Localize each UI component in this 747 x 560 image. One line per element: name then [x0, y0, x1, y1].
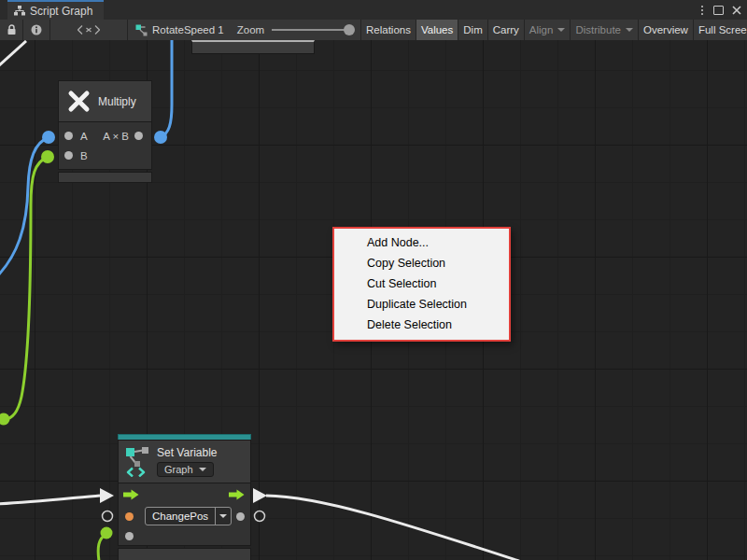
set-variable-icon — [125, 445, 149, 477]
node-multiply[interactable]: Multiply A A × B B — [58, 80, 152, 183]
info-icon — [31, 24, 42, 35]
output-label: A × B — [103, 131, 129, 142]
flow-connector-arrow[interactable] — [100, 488, 114, 503]
dropdown-caret-button[interactable] — [215, 508, 231, 525]
wire-green-input-b[interactable] — [5, 157, 48, 419]
variable-kind-label: Graph — [164, 464, 193, 475]
flow-output-arrow-icon[interactable] — [229, 489, 245, 500]
wire-white-flow-out[interactable] — [266, 496, 519, 560]
graph-canvas[interactable]: Multiply A A × B B — [0, 40, 747, 560]
wire-white-flow-in[interactable] — [0, 496, 100, 504]
variable-name-dropdown[interactable]: ChangePos — [145, 507, 232, 525]
carry-button[interactable]: Carry — [487, 20, 524, 40]
tab-label: Script Graph — [30, 5, 92, 18]
wire-green-bottom[interactable] — [98, 534, 106, 560]
graph-node-icon — [135, 24, 148, 36]
lock-button[interactable] — [0, 20, 23, 40]
align-dropdown: Align — [524, 20, 571, 40]
value-output-port[interactable] — [236, 512, 245, 521]
menu-item-duplicate-selection[interactable]: Duplicate Selection — [334, 294, 509, 315]
variable-kind-dropdown[interactable]: Graph — [157, 462, 214, 477]
empty-port-circle[interactable] — [255, 511, 265, 522]
node-set-variable[interactable]: Set Variable Graph ChangePos — [118, 434, 251, 560]
zoom-slider[interactable] — [272, 29, 354, 31]
graph-hierarchy-icon — [14, 6, 25, 16]
zoom-slider-handle[interactable] — [344, 24, 355, 35]
menu-item-cut-selection[interactable]: Cut Selection — [334, 273, 509, 294]
distribute-dropdown: Distribute — [570, 20, 638, 40]
kebab-menu-icon[interactable] — [699, 4, 705, 17]
dim-button[interactable]: Dim — [458, 20, 486, 40]
port-connector-green[interactable] — [41, 150, 54, 163]
toolbar-buttons: Relations Values Dim Carry Align Distrib… — [360, 20, 747, 40]
info-button[interactable] — [23, 20, 50, 40]
breadcrumb-label: RotateSpeed 1 — [152, 24, 224, 35]
value-input-port[interactable] — [125, 532, 134, 540]
variable-name-value: ChangePos — [146, 508, 215, 525]
align-label: Align — [529, 24, 554, 35]
zoom-control: Zoom 1x — [237, 20, 373, 40]
port-label-a: A — [80, 131, 88, 142]
relations-button[interactable]: Relations — [360, 20, 416, 40]
multiply-x-icon — [67, 90, 91, 113]
menu-item-delete-selection[interactable]: Delete Selection — [334, 315, 509, 335]
port-label-b: B — [80, 150, 88, 161]
variable-name-port[interactable] — [125, 512, 134, 521]
zoom-label: Zoom — [237, 24, 264, 35]
close-icon[interactable] — [732, 6, 741, 15]
menu-item-copy-selection[interactable]: Copy Selection — [334, 253, 509, 273]
context-menu: Add Node... Copy Selection Cut Selection… — [332, 227, 511, 342]
distribute-label: Distribute — [575, 24, 621, 35]
output-port[interactable] — [134, 132, 143, 140]
flow-input-arrow-icon[interactable] — [123, 489, 139, 500]
port-connector-blue[interactable] — [154, 131, 167, 144]
node-footer — [58, 172, 152, 183]
node-footer — [118, 548, 251, 560]
node-title: Set Variable — [157, 446, 217, 459]
chevron-down-icon — [219, 514, 227, 518]
port-connector-blue[interactable] — [42, 131, 55, 144]
port-connector-green[interactable] — [0, 413, 10, 426]
menu-item-add-node[interactable]: Add Node... — [334, 232, 509, 253]
input-port-a[interactable] — [64, 132, 73, 140]
wire-white-topleft[interactable] — [0, 41, 26, 66]
empty-dropdown-box — [191, 40, 315, 54]
values-button[interactable]: Values — [416, 20, 458, 40]
wire-blue-output[interactable] — [161, 40, 172, 137]
chevron-down-icon — [199, 468, 206, 471]
chevron-down-icon — [557, 28, 565, 32]
port-connector-green[interactable] — [101, 527, 113, 539]
angle-brackets-x-icon — [78, 25, 100, 35]
chevron-down-icon — [626, 28, 633, 32]
node-multiply-header[interactable]: Multiply — [58, 80, 152, 122]
node-set-variable-header[interactable]: Set Variable Graph — [118, 440, 251, 483]
empty-port-circle[interactable] — [103, 511, 113, 522]
title-bar: Script Graph — [0, 0, 747, 20]
full-screen-button[interactable]: Full Screen — [693, 20, 747, 40]
breadcrumb[interactable]: RotateSpeed 1 — [128, 20, 233, 40]
window-controls — [699, 0, 741, 20]
graph-toolbar: RotateSpeed 1 Zoom 1x Relations Values D… — [0, 20, 747, 41]
node-set-variable-body: ChangePos — [118, 483, 251, 546]
tab-script-graph[interactable]: Script Graph — [7, 0, 104, 20]
maximize-icon[interactable] — [713, 6, 724, 15]
input-port-b[interactable] — [64, 151, 73, 160]
code-preview-button[interactable] — [50, 20, 128, 40]
overview-button[interactable]: Overview — [638, 20, 693, 40]
flow-connector-arrow[interactable] — [253, 488, 267, 503]
lock-icon — [7, 24, 17, 35]
node-multiply-body: A A × B B — [58, 122, 152, 170]
wire-blue-input-a[interactable] — [0, 137, 49, 276]
node-title: Multiply — [98, 95, 136, 108]
